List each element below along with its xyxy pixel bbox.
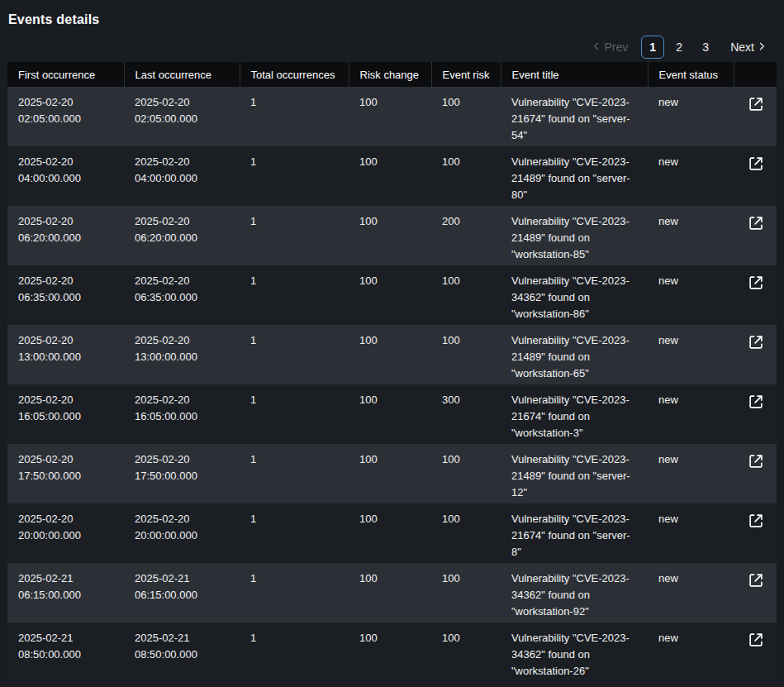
page-button-3[interactable]: 3 (694, 36, 717, 59)
cell-first-occurrence: 2025-02-20 20:00:00.000 (7, 503, 124, 563)
cell-total-occurrences: 1 (240, 563, 349, 623)
cell-first-occurrence: 2025-02-21 08:50:00.000 (7, 623, 124, 682)
cell-risk-change: 100 (349, 384, 431, 444)
cell-actions (734, 384, 777, 444)
column-header-last-occurrence: Last occurrence (124, 62, 240, 87)
cell-total-occurrences: 1 (240, 384, 349, 444)
open-event-button[interactable] (747, 631, 765, 649)
cell-event-status: new (648, 87, 734, 146)
cell-total-occurrences: 1 (240, 146, 349, 206)
cell-total-occurrences: 1 (240, 206, 349, 265)
page-button-1[interactable]: 1 (641, 36, 664, 59)
cell-event-title: Vulnerability "CVE-2023-21489" found on … (501, 146, 648, 206)
cell-total-occurrences: 1 (240, 325, 349, 384)
next-page-label: Next (730, 41, 754, 54)
open-event-button[interactable] (747, 393, 765, 411)
cell-first-occurrence: 2025-02-21 06:15:00.000 (7, 563, 124, 623)
chevron-left-icon (592, 41, 601, 54)
cell-actions (734, 265, 777, 325)
column-header-risk-change: Risk change (349, 62, 431, 87)
page-button-2[interactable]: 2 (668, 36, 691, 59)
cell-event-risk: 100 (431, 563, 501, 623)
cell-event-status: new (648, 265, 734, 325)
cell-risk-change: 100 (349, 503, 431, 563)
table-row: 2025-02-21 08:50:00.000 2025-02-21 08:50… (7, 623, 777, 682)
cell-first-occurrence: 2025-02-20 13:00:00.000 (7, 325, 124, 384)
events-table: First occurrence Last occurrence Total o… (7, 62, 777, 682)
table-row: 2025-02-21 06:15:00.000 2025-02-21 06:15… (7, 563, 777, 623)
prev-page-button[interactable]: Prev (588, 36, 631, 59)
cell-last-occurrence: 2025-02-21 08:50:00.000 (124, 623, 240, 682)
table-row: 2025-02-20 20:00:00.000 2025-02-20 20:00… (7, 503, 777, 563)
open-event-button[interactable] (747, 95, 765, 113)
cell-actions (734, 87, 777, 146)
cell-event-status: new (648, 384, 734, 444)
cell-total-occurrences: 1 (240, 503, 349, 563)
external-link-icon (747, 460, 765, 473)
cell-event-risk: 300 (431, 384, 501, 444)
cell-total-occurrences: 1 (240, 265, 349, 325)
cell-last-occurrence: 2025-02-20 17:50:00.000 (124, 444, 240, 503)
cell-event-title: Vulnerability "CVE-2023-21489" found on … (501, 444, 648, 503)
cell-event-title: Vulnerability "CVE-2023-34362" found on … (501, 265, 648, 325)
table-row: 2025-02-20 06:20:00.000 2025-02-20 06:20… (7, 206, 777, 265)
cell-risk-change: 100 (349, 146, 431, 206)
cell-first-occurrence: 2025-02-20 17:50:00.000 (7, 444, 124, 503)
cell-total-occurrences: 1 (240, 87, 349, 146)
open-event-button[interactable] (747, 214, 765, 232)
column-header-actions (734, 62, 777, 87)
cell-total-occurrences: 1 (240, 444, 349, 503)
pagination: Prev 1 2 3 Next (0, 36, 770, 59)
cell-last-occurrence: 2025-02-21 06:15:00.000 (124, 563, 240, 623)
cell-event-title: Vulnerability "CVE-2023-21489" found on … (501, 206, 648, 265)
cell-first-occurrence: 2025-02-20 02:05:00.000 (7, 87, 124, 146)
cell-actions (734, 623, 777, 682)
open-event-button[interactable] (747, 155, 765, 173)
cell-last-occurrence: 2025-02-20 02:05:00.000 (124, 87, 240, 146)
open-event-button[interactable] (747, 452, 765, 470)
cell-risk-change: 100 (349, 444, 431, 503)
cell-event-status: new (648, 206, 734, 265)
cell-event-status: new (648, 503, 734, 563)
cell-event-title: Vulnerability "CVE-2023-21674" found on … (501, 503, 648, 563)
open-event-button[interactable] (747, 571, 765, 589)
open-event-button[interactable] (747, 512, 765, 530)
table-row: 2025-02-20 02:05:00.000 2025-02-20 02:05… (7, 87, 777, 146)
external-link-icon (747, 103, 765, 116)
table-row: 2025-02-20 06:35:00.000 2025-02-20 06:35… (7, 265, 777, 325)
external-link-icon (747, 580, 765, 592)
cell-event-title: Vulnerability "CVE-2023-21674" found on … (501, 87, 648, 146)
cell-last-occurrence: 2025-02-20 04:00:00.000 (124, 146, 240, 206)
external-link-icon (747, 163, 765, 175)
cell-event-title: Vulnerability "CVE-2023-21674" found on … (501, 384, 648, 444)
open-event-button[interactable] (747, 333, 765, 351)
cell-risk-change: 100 (349, 87, 431, 146)
cell-total-occurrences: 1 (240, 623, 349, 682)
cell-last-occurrence: 2025-02-20 06:35:00.000 (124, 265, 240, 325)
cell-last-occurrence: 2025-02-20 13:00:00.000 (124, 325, 240, 384)
cell-event-title: Vulnerability "CVE-2023-34362" found on … (501, 563, 648, 623)
cell-actions (734, 146, 777, 206)
external-link-icon (747, 282, 765, 294)
open-event-button[interactable] (747, 274, 765, 292)
cell-risk-change: 100 (349, 623, 431, 682)
page-title: Events details (8, 12, 784, 27)
next-page-button[interactable]: Next (727, 36, 770, 59)
cell-event-status: new (648, 444, 734, 503)
cell-first-occurrence: 2025-02-20 16:05:00.000 (7, 384, 124, 444)
external-link-icon (747, 639, 765, 651)
table-row: 2025-02-20 13:00:00.000 2025-02-20 13:00… (7, 325, 777, 384)
cell-event-risk: 100 (431, 325, 501, 384)
cell-event-status: new (648, 146, 734, 206)
cell-actions (734, 563, 777, 623)
cell-event-risk: 100 (431, 623, 501, 682)
cell-event-risk: 100 (431, 265, 501, 325)
column-header-event-risk: Event risk (431, 62, 501, 87)
cell-event-risk: 100 (431, 503, 501, 563)
cell-first-occurrence: 2025-02-20 06:35:00.000 (7, 265, 124, 325)
chevron-right-icon (757, 41, 767, 54)
cell-event-status: new (648, 325, 734, 384)
cell-risk-change: 100 (349, 325, 431, 384)
cell-actions (734, 503, 777, 563)
cell-first-occurrence: 2025-02-20 04:00:00.000 (7, 146, 124, 206)
